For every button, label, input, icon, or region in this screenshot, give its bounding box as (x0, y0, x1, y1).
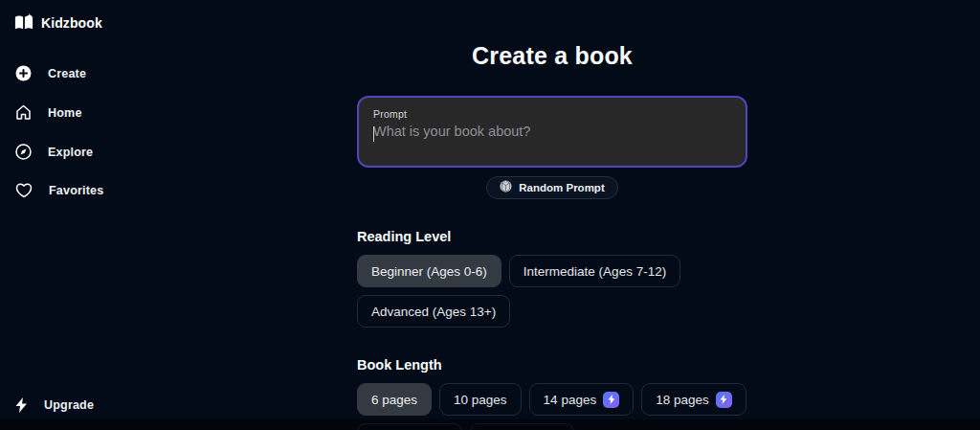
heart-icon (15, 183, 33, 198)
sidebar-item-label: Upgrade (44, 398, 94, 412)
dice-icon (500, 180, 512, 195)
book-length-label: 14 pages (544, 393, 597, 407)
sidebar-item-explore[interactable]: Explore (15, 144, 124, 160)
premium-bolt-badge (603, 392, 619, 408)
sidebar-item-label: Explore (48, 146, 93, 159)
book-length-option-6[interactable]: 6 pages (357, 383, 432, 416)
random-prompt-button[interactable]: Random Prompt (486, 176, 617, 199)
home-icon (15, 104, 32, 121)
reading-level-option-advanced[interactable]: Advanced (Ages 13+) (357, 295, 510, 328)
reading-level-option-beginner[interactable]: Beginner (Ages 0-6) (357, 255, 501, 287)
book-length-option-10[interactable]: 10 pages (439, 383, 522, 416)
prompt-field-label: Prompt (373, 108, 731, 120)
app-name: Kidzbook (41, 15, 102, 31)
sidebar-item-favorites[interactable]: Favorites (15, 183, 124, 198)
book-length-option-26[interactable]: 26 pages (470, 423, 575, 430)
sidebar-item-home[interactable]: Home (15, 104, 124, 121)
text-caret (373, 126, 374, 142)
sidebar: Kidzbook Create Home (0, 0, 124, 430)
reading-level-option-intermediate[interactable]: Intermediate (Ages 7-12) (509, 255, 680, 287)
premium-bolt-badge (716, 392, 732, 408)
book-length-label: 10 pages (454, 393, 507, 407)
sidebar-item-label: Home (48, 106, 82, 120)
book-length-option-18[interactable]: 18 pages (641, 383, 746, 416)
app-logo[interactable]: Kidzbook (13, 13, 124, 33)
book-length-options: 6 pages 10 pages 14 pages 18 pages 24 pa… (357, 383, 747, 430)
book-length-label: 6 pages (371, 393, 417, 407)
reading-level-options: Beginner (Ages 0-6) Intermediate (Ages 7… (357, 255, 747, 328)
sidebar-item-label: Create (48, 67, 86, 80)
random-prompt-label: Random Prompt (519, 182, 604, 193)
sidebar-item-label: Favorites (49, 184, 103, 197)
compass-icon (15, 144, 32, 160)
book-length-label: 18 pages (656, 393, 709, 407)
reading-level-heading: Reading Level (357, 229, 747, 244)
plus-circle-icon (15, 65, 32, 81)
prompt-field-container[interactable]: Prompt (357, 96, 747, 168)
book-length-option-14[interactable]: 14 pages (529, 383, 635, 416)
book-length-option-24[interactable]: 24 pages (357, 423, 462, 430)
bolt-icon (15, 397, 28, 413)
main-content: Create a book Prompt Random Prompt Readi… (124, 0, 980, 430)
sidebar-nav: Create Home Explore (15, 65, 124, 198)
sidebar-item-upgrade[interactable]: Upgrade (15, 397, 94, 413)
sidebar-item-create[interactable]: Create (15, 65, 124, 81)
book-sparkle-icon (13, 13, 34, 33)
page-title: Create a book (357, 42, 747, 70)
book-length-heading: Book Length (357, 357, 747, 373)
prompt-input[interactable] (373, 124, 731, 160)
